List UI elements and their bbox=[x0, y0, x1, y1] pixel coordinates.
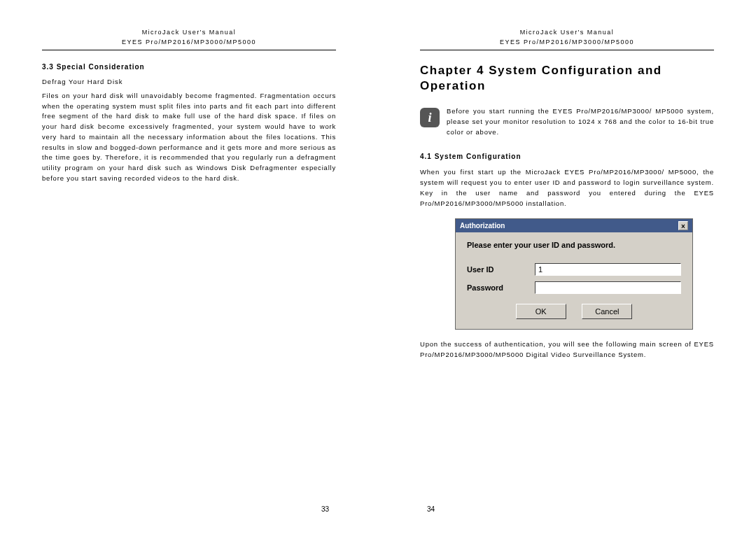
section-4-1-body2: Upon the success of authentication, you … bbox=[420, 339, 714, 360]
product-line: EYES Pro/MP2016/MP3000/MP5000 bbox=[42, 38, 336, 48]
page-number-33: 33 bbox=[321, 505, 329, 513]
page-left: MicroJack User's Manual EYES Pro/MP2016/… bbox=[0, 0, 378, 534]
header-divider bbox=[42, 50, 336, 50]
user-id-input[interactable] bbox=[535, 263, 681, 276]
ok-button[interactable]: OK bbox=[516, 304, 566, 319]
section-4-1-body1: When you first start up the MicroJack EY… bbox=[420, 167, 714, 209]
password-input[interactable] bbox=[535, 281, 681, 294]
page-right: MicroJack User's Manual EYES Pro/MP2016/… bbox=[378, 0, 756, 534]
section-3-3-heading: 3.3 Special Consideration bbox=[42, 63, 336, 71]
password-row: Password bbox=[467, 281, 681, 294]
info-callout: i Before you start running the EYES Pro/… bbox=[420, 106, 714, 137]
manual-title: MicroJack User's Manual bbox=[42, 28, 336, 38]
dialog-titlebar: Authorization × bbox=[456, 219, 692, 232]
page-number-34: 34 bbox=[427, 505, 435, 513]
close-icon[interactable]: × bbox=[678, 221, 688, 230]
dialog-title-text: Authorization bbox=[460, 222, 505, 230]
page-header-right: MicroJack User's Manual EYES Pro/MP2016/… bbox=[420, 28, 714, 47]
product-line: EYES Pro/MP2016/MP3000/MP5000 bbox=[420, 38, 714, 48]
dialog-body: Please enter your user ID and password. … bbox=[456, 232, 692, 329]
dialog-button-row: OK Cancel bbox=[467, 304, 681, 319]
defrag-body: Files on your hard disk will unavoidably… bbox=[42, 91, 336, 183]
manual-title: MicroJack User's Manual bbox=[420, 28, 714, 38]
defrag-subheading: Defrag Your Hard Disk bbox=[42, 78, 336, 85]
section-4-1-heading: 4.1 System Configuration bbox=[420, 153, 714, 160]
cancel-button[interactable]: Cancel bbox=[582, 304, 632, 319]
page-header-left: MicroJack User's Manual EYES Pro/MP2016/… bbox=[42, 28, 336, 47]
authorization-dialog: Authorization × Please enter your user I… bbox=[455, 218, 693, 330]
header-divider bbox=[420, 50, 714, 50]
dialog-prompt: Please enter your user ID and password. bbox=[467, 241, 681, 249]
password-label: Password bbox=[467, 283, 526, 292]
chapter-4-title: Chapter 4 System Configuration and Opera… bbox=[420, 63, 714, 94]
user-id-row: User ID bbox=[467, 263, 681, 276]
info-text: Before you start running the EYES Pro/MP… bbox=[447, 106, 714, 137]
info-icon: i bbox=[420, 108, 440, 127]
user-id-label: User ID bbox=[467, 265, 526, 274]
